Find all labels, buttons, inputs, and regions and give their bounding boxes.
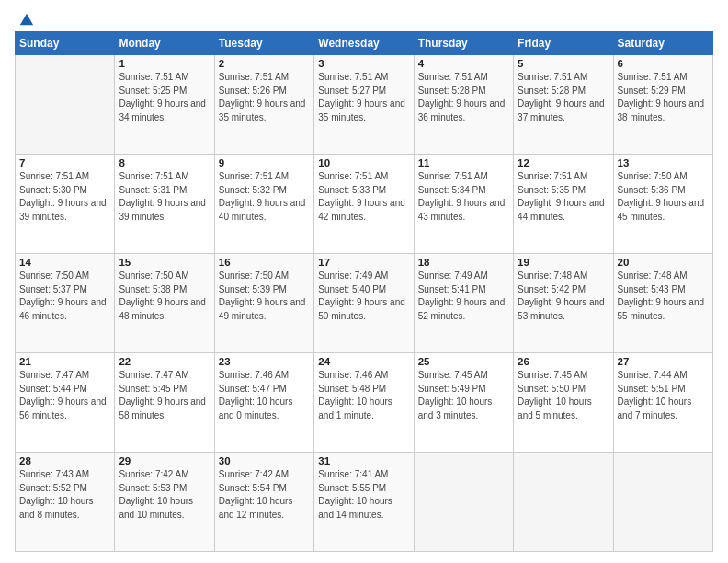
- calendar-cell: 23 Sunrise: 7:46 AMSunset: 5:47 PMDaylig…: [214, 353, 313, 453]
- calendar-cell: [613, 453, 712, 552]
- calendar-cell: 8 Sunrise: 7:51 AMSunset: 5:31 PMDayligh…: [115, 155, 214, 254]
- calendar-cell: 12 Sunrise: 7:51 AMSunset: 5:35 PMDaylig…: [514, 155, 613, 254]
- day-info: Sunrise: 7:44 AMSunset: 5:51 PMDaylight:…: [618, 370, 692, 420]
- calendar-cell: 11 Sunrise: 7:51 AMSunset: 5:34 PMDaylig…: [414, 155, 513, 254]
- day-info: Sunrise: 7:42 AMSunset: 5:54 PMDaylight:…: [219, 469, 293, 520]
- calendar-week-row: 14 Sunrise: 7:50 AMSunset: 5:37 PMDaylig…: [16, 254, 713, 353]
- day-number: 14: [19, 257, 110, 268]
- calendar-cell: 5 Sunrise: 7:51 AMSunset: 5:28 PMDayligh…: [514, 55, 613, 155]
- day-info: Sunrise: 7:48 AMSunset: 5:43 PMDaylight:…: [618, 270, 705, 321]
- day-info: Sunrise: 7:50 AMSunset: 5:36 PMDaylight:…: [618, 171, 705, 222]
- svg-marker-0: [20, 14, 33, 26]
- calendar-cell: 2 Sunrise: 7:51 AMSunset: 5:26 PMDayligh…: [214, 55, 313, 155]
- day-number: 19: [518, 257, 609, 268]
- day-number: 7: [19, 157, 110, 168]
- day-info: Sunrise: 7:51 AMSunset: 5:28 PMDaylight:…: [518, 72, 605, 122]
- day-info: Sunrise: 7:48 AMSunset: 5:42 PMDaylight:…: [518, 270, 605, 321]
- day-info: Sunrise: 7:47 AMSunset: 5:45 PMDaylight:…: [119, 370, 206, 420]
- day-info: Sunrise: 7:51 AMSunset: 5:25 PMDaylight:…: [119, 72, 206, 122]
- day-info: Sunrise: 7:42 AMSunset: 5:53 PMDaylight:…: [119, 469, 193, 520]
- day-number: 11: [418, 157, 509, 168]
- day-number: 28: [19, 455, 110, 466]
- day-number: 17: [318, 257, 409, 268]
- calendar-day-header: Sunday: [16, 32, 115, 55]
- day-number: 20: [618, 257, 709, 268]
- calendar-cell: 24 Sunrise: 7:46 AMSunset: 5:48 PMDaylig…: [314, 353, 414, 453]
- day-number: 3: [318, 58, 409, 69]
- day-info: Sunrise: 7:51 AMSunset: 5:32 PMDaylight:…: [219, 171, 306, 222]
- logo-icon: [18, 11, 35, 28]
- day-number: 5: [518, 58, 609, 69]
- day-number: 29: [119, 455, 210, 466]
- calendar-week-row: 1 Sunrise: 7:51 AMSunset: 5:25 PMDayligh…: [16, 55, 713, 155]
- day-number: 22: [119, 356, 210, 367]
- day-info: Sunrise: 7:49 AMSunset: 5:40 PMDaylight:…: [318, 270, 405, 321]
- day-number: 1: [119, 58, 210, 69]
- calendar-cell: 4 Sunrise: 7:51 AMSunset: 5:28 PMDayligh…: [414, 55, 513, 155]
- calendar-day-header: Tuesday: [214, 32, 313, 55]
- day-info: Sunrise: 7:51 AMSunset: 5:31 PMDaylight:…: [119, 171, 206, 222]
- day-info: Sunrise: 7:51 AMSunset: 5:34 PMDaylight:…: [418, 171, 506, 222]
- day-info: Sunrise: 7:50 AMSunset: 5:39 PMDaylight:…: [219, 270, 306, 321]
- calendar-day-header: Thursday: [414, 32, 513, 55]
- header: [15, 11, 713, 24]
- day-number: 12: [518, 157, 609, 168]
- calendar-cell: 17 Sunrise: 7:49 AMSunset: 5:40 PMDaylig…: [314, 254, 414, 353]
- calendar-day-header: Friday: [514, 32, 613, 55]
- calendar-week-row: 21 Sunrise: 7:47 AMSunset: 5:44 PMDaylig…: [16, 353, 713, 453]
- calendar-cell: 19 Sunrise: 7:48 AMSunset: 5:42 PMDaylig…: [514, 254, 613, 353]
- calendar-cell: 20 Sunrise: 7:48 AMSunset: 5:43 PMDaylig…: [613, 254, 712, 353]
- day-number: 30: [219, 455, 310, 466]
- day-info: Sunrise: 7:47 AMSunset: 5:44 PMDaylight:…: [19, 370, 107, 420]
- calendar-cell: 18 Sunrise: 7:49 AMSunset: 5:41 PMDaylig…: [414, 254, 513, 353]
- calendar-cell: 1 Sunrise: 7:51 AMSunset: 5:25 PMDayligh…: [115, 55, 214, 155]
- day-number: 26: [518, 356, 609, 367]
- calendar-cell: 16 Sunrise: 7:50 AMSunset: 5:39 PMDaylig…: [214, 254, 313, 353]
- page: SundayMondayTuesdayWednesdayThursdayFrid…: [0, 0, 728, 563]
- calendar-cell: 21 Sunrise: 7:47 AMSunset: 5:44 PMDaylig…: [16, 353, 115, 453]
- calendar-cell: [514, 453, 613, 552]
- calendar-cell: 28 Sunrise: 7:43 AMSunset: 5:52 PMDaylig…: [16, 453, 115, 552]
- calendar-table: SundayMondayTuesdayWednesdayThursdayFrid…: [15, 31, 713, 552]
- calendar-cell: 22 Sunrise: 7:47 AMSunset: 5:45 PMDaylig…: [115, 353, 214, 453]
- day-info: Sunrise: 7:49 AMSunset: 5:41 PMDaylight:…: [418, 270, 506, 321]
- day-number: 6: [618, 58, 709, 69]
- day-info: Sunrise: 7:51 AMSunset: 5:30 PMDaylight:…: [19, 171, 107, 222]
- day-info: Sunrise: 7:45 AMSunset: 5:49 PMDaylight:…: [418, 370, 493, 420]
- calendar-cell: 14 Sunrise: 7:50 AMSunset: 5:37 PMDaylig…: [16, 254, 115, 353]
- day-info: Sunrise: 7:43 AMSunset: 5:52 PMDaylight:…: [19, 469, 94, 520]
- day-number: 2: [219, 58, 310, 69]
- calendar-cell: 26 Sunrise: 7:45 AMSunset: 5:50 PMDaylig…: [514, 353, 613, 453]
- calendar-cell: 30 Sunrise: 7:42 AMSunset: 5:54 PMDaylig…: [214, 453, 313, 552]
- calendar-header-row: SundayMondayTuesdayWednesdayThursdayFrid…: [16, 32, 713, 55]
- day-number: 15: [119, 257, 210, 268]
- day-number: 24: [318, 356, 409, 367]
- calendar-cell: 6 Sunrise: 7:51 AMSunset: 5:29 PMDayligh…: [613, 55, 712, 155]
- day-number: 16: [219, 257, 310, 268]
- calendar-cell: 13 Sunrise: 7:50 AMSunset: 5:36 PMDaylig…: [613, 155, 712, 254]
- calendar-cell: [414, 453, 513, 552]
- calendar-day-header: Saturday: [613, 32, 712, 55]
- day-number: 8: [119, 157, 210, 168]
- day-info: Sunrise: 7:50 AMSunset: 5:37 PMDaylight:…: [19, 270, 107, 321]
- calendar-week-row: 28 Sunrise: 7:43 AMSunset: 5:52 PMDaylig…: [16, 453, 713, 552]
- day-info: Sunrise: 7:51 AMSunset: 5:28 PMDaylight:…: [418, 72, 506, 122]
- calendar-cell: 3 Sunrise: 7:51 AMSunset: 5:27 PMDayligh…: [314, 55, 414, 155]
- day-info: Sunrise: 7:46 AMSunset: 5:47 PMDaylight:…: [219, 370, 293, 420]
- calendar-cell: 9 Sunrise: 7:51 AMSunset: 5:32 PMDayligh…: [214, 155, 313, 254]
- day-info: Sunrise: 7:51 AMSunset: 5:27 PMDaylight:…: [318, 72, 405, 122]
- calendar-cell: 10 Sunrise: 7:51 AMSunset: 5:33 PMDaylig…: [314, 155, 414, 254]
- calendar-cell: 15 Sunrise: 7:50 AMSunset: 5:38 PMDaylig…: [115, 254, 214, 353]
- calendar-week-row: 7 Sunrise: 7:51 AMSunset: 5:30 PMDayligh…: [16, 155, 713, 254]
- day-number: 27: [618, 356, 709, 367]
- day-number: 9: [219, 157, 310, 168]
- day-info: Sunrise: 7:46 AMSunset: 5:48 PMDaylight:…: [318, 370, 392, 420]
- day-info: Sunrise: 7:51 AMSunset: 5:29 PMDaylight:…: [618, 72, 705, 122]
- calendar-cell: 27 Sunrise: 7:44 AMSunset: 5:51 PMDaylig…: [613, 353, 712, 453]
- calendar-day-header: Monday: [115, 32, 214, 55]
- day-info: Sunrise: 7:41 AMSunset: 5:55 PMDaylight:…: [318, 469, 392, 520]
- day-info: Sunrise: 7:51 AMSunset: 5:26 PMDaylight:…: [219, 72, 306, 122]
- day-number: 23: [219, 356, 310, 367]
- calendar-day-header: Wednesday: [314, 32, 414, 55]
- day-info: Sunrise: 7:51 AMSunset: 5:35 PMDaylight:…: [518, 171, 605, 222]
